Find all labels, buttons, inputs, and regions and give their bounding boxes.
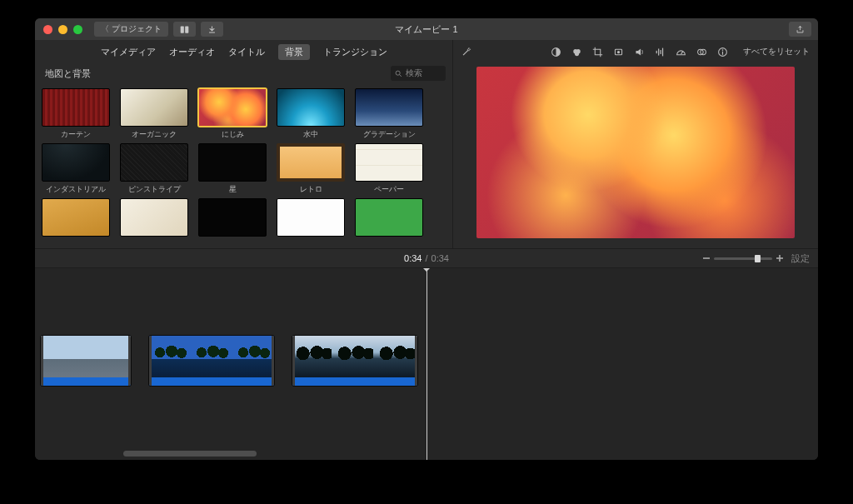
search-icon [395, 70, 402, 77]
import-button[interactable] [201, 22, 223, 37]
svg-line-14 [681, 51, 683, 53]
bg-thumb-10[interactable] [42, 198, 110, 239]
bg-thumb-0[interactable]: カーテン [42, 88, 110, 140]
time-total: 0:34 [431, 253, 449, 263]
svg-rect-0 [181, 26, 184, 32]
bg-thumb-2[interactable]: にじみ [198, 88, 267, 140]
enhance-icon[interactable] [461, 47, 472, 57]
bg-thumb-12[interactable] [198, 198, 267, 239]
tab-3[interactable]: 背景 [278, 44, 310, 60]
svg-rect-13 [662, 47, 663, 56]
share-button[interactable] [789, 22, 811, 37]
clip-2[interactable] [292, 335, 418, 387]
svg-rect-20 [703, 257, 710, 259]
svg-point-2 [396, 71, 400, 75]
timeline[interactable] [35, 268, 818, 460]
reset-all-button[interactable]: すべてをリセット [743, 46, 810, 57]
timeline-settings-button[interactable]: 設定 [791, 252, 810, 265]
bg-thumb-5[interactable]: インダストリアル [42, 143, 110, 195]
maximize-button[interactable] [73, 25, 82, 34]
media-browser: マイメディアオーディオタイトル背景トランジション 地図と背景 検索 カーテンオー… [35, 40, 453, 248]
timeline-scrollbar[interactable] [123, 451, 257, 457]
speed-icon[interactable] [676, 47, 686, 57]
bg-thumb-1[interactable]: オーガニック [120, 88, 188, 140]
svg-point-9 [617, 50, 620, 52]
svg-point-7 [575, 51, 579, 55]
volume-icon[interactable] [634, 47, 645, 57]
window-title: マイムービー 1 [395, 23, 457, 36]
svg-point-18 [722, 49, 724, 51]
background-grid: カーテンオーガニックにじみ水中グラデーションインダストリアルピンストライプ星レト… [35, 83, 452, 248]
back-projects-button[interactable]: 〈プロジェクト [94, 22, 168, 37]
tab-2[interactable]: タイトル [228, 46, 265, 58]
svg-rect-1 [185, 26, 188, 32]
bg-thumb-7[interactable]: 星 [198, 143, 267, 195]
info-icon[interactable] [717, 47, 728, 57]
section-title: 地図と背景 [42, 67, 91, 80]
noise-reduction-icon[interactable] [655, 47, 666, 57]
adjust-toolbar: すべてをリセット [453, 40, 818, 63]
preview-viewer[interactable] [476, 67, 795, 238]
browser-tabs: マイメディアオーディオタイトル背景トランジション [35, 40, 452, 63]
svg-rect-12 [661, 50, 661, 54]
bg-thumb-6[interactable]: ピンストライプ [120, 143, 188, 195]
time-current: 0:34 [404, 253, 422, 263]
bg-thumb-11[interactable] [120, 198, 188, 239]
app-window: 〈プロジェクト マイムービー 1 マイメディアオーディオタイトル背景トランジショ… [35, 18, 818, 460]
clip-0[interactable] [40, 335, 132, 387]
close-button[interactable] [43, 25, 52, 34]
bg-thumb-13[interactable] [277, 198, 345, 239]
playhead[interactable] [426, 268, 427, 460]
bg-thumb-3[interactable]: 水中 [277, 88, 345, 140]
bg-thumb-4[interactable]: グラデーション [355, 88, 423, 140]
tab-1[interactable]: オーディオ [169, 46, 215, 58]
crop-icon[interactable] [592, 47, 603, 57]
tab-0[interactable]: マイメディア [101, 46, 156, 58]
tab-4[interactable]: トランジション [323, 46, 387, 58]
bg-thumb-9[interactable]: ペーパー [355, 143, 423, 195]
svg-rect-11 [658, 48, 659, 55]
bg-thumb-14[interactable] [355, 198, 423, 239]
svg-rect-22 [779, 255, 781, 262]
library-button[interactable] [173, 22, 196, 37]
stabilize-icon[interactable] [613, 47, 624, 57]
clip-1[interactable] [148, 335, 275, 387]
color-correction-icon[interactable] [571, 47, 582, 57]
preview-pane: すべてをリセット [453, 40, 818, 248]
filter-icon[interactable] [696, 47, 707, 57]
search-input[interactable]: 検索 [391, 66, 446, 81]
traffic-lights [43, 25, 82, 34]
svg-rect-19 [722, 51, 723, 54]
svg-rect-10 [656, 50, 657, 52]
bg-thumb-8[interactable]: レトロ [277, 143, 345, 195]
svg-line-3 [400, 74, 402, 76]
color-balance-icon[interactable] [551, 47, 561, 57]
minimize-button[interactable] [58, 25, 67, 34]
titlebar: 〈プロジェクト マイムービー 1 [35, 18, 818, 40]
time-header: 0:34 / 0:34 設定 [35, 248, 818, 268]
zoom-slider[interactable] [703, 255, 783, 262]
